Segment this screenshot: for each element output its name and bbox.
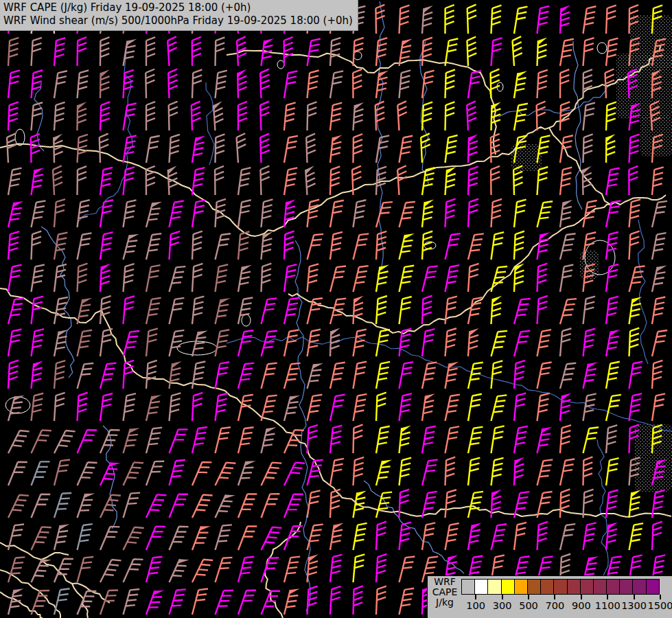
legend-swatch <box>553 579 567 595</box>
legend-tick <box>660 595 661 599</box>
legend-tick-label: 1100 <box>592 600 623 611</box>
legend-swatch <box>646 579 660 595</box>
legend-tick <box>634 595 635 599</box>
forecast-title-shear: WRF Wind shear (m/s) 500/1000hPa Friday … <box>3 14 353 27</box>
legend-tick-label: 900 <box>566 600 596 611</box>
legend-swatch <box>501 579 515 595</box>
legend-tick <box>607 595 608 599</box>
weather-map-canvas: WRF CAPE (J/kg) Friday 19-09-2025 18:00 … <box>0 0 672 618</box>
forecast-title-cape: WRF CAPE (J/kg) Friday 19-09-2025 18:00 … <box>3 1 353 14</box>
legend-swatch <box>619 579 633 595</box>
legend-swatch <box>606 579 620 595</box>
legend-tick <box>554 595 555 599</box>
legend-tick <box>528 595 529 599</box>
legend-tick <box>581 595 582 599</box>
legend-tick-label: 1500 <box>645 600 672 611</box>
legend-swatch <box>632 579 646 595</box>
legend-colorbar <box>462 579 660 595</box>
legend-swatch <box>540 579 554 595</box>
cape-contours <box>5 43 615 413</box>
legend-swatch <box>580 579 594 595</box>
legend-swatch <box>474 579 488 595</box>
legend-swatch <box>487 579 501 595</box>
legend-swatch <box>527 579 541 595</box>
legend-swatch <box>514 579 528 595</box>
cape-legend: WRF CAPE J/kg 10030050070090011001300150… <box>427 575 672 618</box>
legend-tick-label: 100 <box>461 600 491 611</box>
legend-units-label: J/kg <box>429 597 461 608</box>
legend-model-label: WRF <box>429 577 461 587</box>
legend-variable-label: CAPE <box>429 587 461 597</box>
forecast-title-box: WRF CAPE (J/kg) Friday 19-09-2025 18:00 … <box>0 0 358 31</box>
legend-swatch <box>461 579 475 595</box>
legend-tick <box>502 595 503 599</box>
legend-tick-label: 700 <box>540 600 570 611</box>
legend-tick-label: 1300 <box>619 600 649 611</box>
weather-map-layer <box>0 0 672 618</box>
legend-tick-label: 300 <box>487 600 518 611</box>
legend-labels: WRF CAPE J/kg <box>429 577 461 608</box>
legend-swatch <box>567 579 581 595</box>
legend-tick <box>475 595 476 599</box>
legend-swatch <box>593 579 607 595</box>
legend-tick-label: 500 <box>513 600 544 611</box>
